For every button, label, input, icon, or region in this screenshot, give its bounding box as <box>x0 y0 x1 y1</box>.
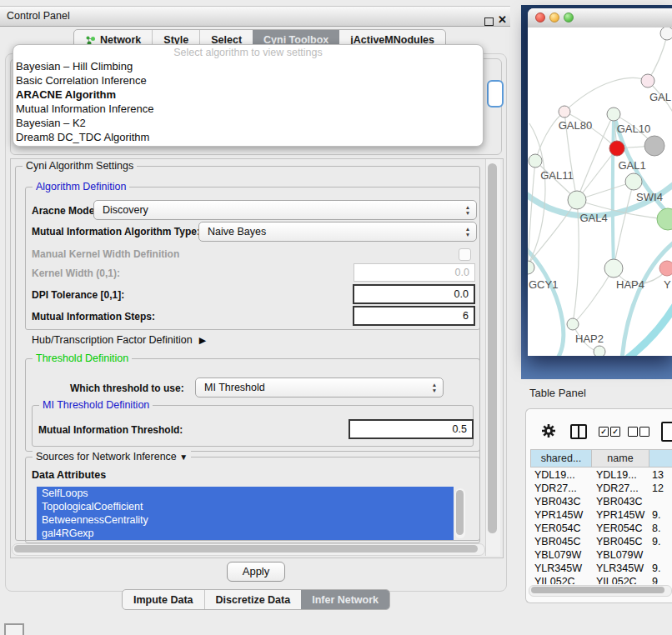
sources-title: Sources for Network Inference <box>36 451 177 462</box>
data-attributes-list: SelfLoopsTopologicalCoefficientBetweenne… <box>37 487 454 540</box>
manual-kernel-label: Manual Kernel Width Definition <box>32 248 179 260</box>
tab-discretize-data[interactable]: Discretize Data <box>204 590 302 609</box>
network-node-gcy1[interactable] <box>528 261 534 274</box>
network-canvas[interactable]: GALGAL80GAL10GAL1GAL11SWI4GAL4GCY1HAP4YH… <box>528 28 672 356</box>
apply-button[interactable]: Apply <box>227 562 285 582</box>
stepper-icon: ▲▼ <box>430 382 439 393</box>
attribute-item[interactable]: TopologicalCoefficient <box>37 500 454 513</box>
tab-infer-network[interactable]: Infer Network <box>301 590 389 609</box>
close-panel-button[interactable]: ✕ <box>498 14 507 26</box>
settings-vertical-scroll-thumb[interactable] <box>488 163 497 533</box>
table-row[interactable]: YIL052CYIL052C9 <box>530 575 672 584</box>
group-title: Cyni Algorithm Settings <box>23 160 137 172</box>
network-node-y[interactable] <box>659 261 672 276</box>
network-node-hap2[interactable] <box>567 318 579 330</box>
mi-type-select[interactable]: Naive Bayes ▲▼ <box>198 222 477 242</box>
aracne-mode-label: Aracne Mode: <box>32 205 98 217</box>
focused-combo-fragment[interactable] <box>487 80 504 108</box>
unchecked-box-icon[interactable] <box>628 427 638 437</box>
sources-toggle[interactable]: Sources for Network Inference ▼ <box>33 451 191 462</box>
table-horizontal-scroll-thumb[interactable] <box>531 587 664 593</box>
mi-steps-field[interactable]: 6 <box>353 306 475 326</box>
table-cell: YER054C <box>592 522 649 535</box>
attribute-item[interactable]: SelfLoops <box>37 487 454 500</box>
which-threshold-select[interactable]: MI Threshold ▲▼ <box>195 378 444 398</box>
attribute-item[interactable]: BetweennessCentrality <box>37 513 454 527</box>
algorithm-option[interactable]: Dream8 DC_TDC Algorithm <box>13 130 483 144</box>
attributes-scroll-thumb[interactable] <box>456 490 464 535</box>
table-cell: YIL052C <box>530 575 592 584</box>
table-header-row: shared... name <box>530 449 672 468</box>
node-label: HAP2 <box>575 332 604 345</box>
table-cell: YBL079W <box>530 548 592 562</box>
gear-icon[interactable] <box>541 423 556 438</box>
table-row[interactable]: YBR045CYBR045C9. <box>530 535 672 548</box>
network-node[interactable] <box>660 28 672 40</box>
close-traffic-light[interactable] <box>535 12 545 22</box>
node-label: GCY1 <box>529 278 558 291</box>
check-glyph: ✓ <box>612 428 619 436</box>
network-window-titlebar[interactable] <box>528 8 672 28</box>
which-threshold-label: Which threshold to use: <box>70 382 184 394</box>
network-node-hap4[interactable] <box>604 259 623 278</box>
algorithm-option[interactable]: Mutual Information Inference <box>13 102 483 116</box>
table-cell: YLR345W <box>530 562 592 575</box>
algorithm-option[interactable]: Basic Correlation Inference <box>13 73 483 88</box>
aracne-mode-select[interactable]: Discovery ▲▼ <box>93 200 477 220</box>
table-row[interactable]: YPR145WYPR145W9. <box>530 508 672 522</box>
mi-threshold-field[interactable]: 0.5 <box>349 419 474 439</box>
checked-box-icon[interactable]: ✓ <box>610 427 620 437</box>
selected-value: MI Threshold <box>204 382 265 393</box>
unchecked-box-icon[interactable] <box>639 427 649 437</box>
column-header-shared[interactable]: shared... <box>530 449 592 468</box>
table-row[interactable]: YBL079WYBL079W <box>530 548 672 562</box>
node-label: GAL80 <box>559 119 592 132</box>
table-cell: YDR27... <box>592 482 649 495</box>
algorithm-option[interactable]: Bayesian – K2 <box>13 116 483 130</box>
selected-value: Discovery <box>103 204 148 216</box>
table-row[interactable]: YDL19...YDL19...13 <box>530 468 672 482</box>
table-row[interactable]: YER054CYER054C8. <box>530 522 672 535</box>
table-cell: YPR145W <box>592 508 649 522</box>
hub-definition-toggle[interactable]: Hub/Transcription Factor Definition▶ <box>32 334 206 346</box>
network-node-gal1[interactable] <box>609 141 624 156</box>
table-cell <box>649 495 672 508</box>
collapsed-arrow-icon: ▶ <box>199 335 206 345</box>
network-node-gal[interactable] <box>641 74 654 88</box>
network-node-gal10[interactable] <box>607 108 620 121</box>
network-node-gal11[interactable] <box>529 154 542 168</box>
network-node[interactable] <box>644 136 664 156</box>
zoom-traffic-light[interactable] <box>564 12 574 22</box>
table-row[interactable]: YBR043CYBR043C <box>530 495 672 508</box>
split-columns-icon[interactable] <box>570 424 587 439</box>
table-cell: YBR045C <box>592 535 649 548</box>
table-cell: YER054C <box>530 522 592 535</box>
tab-impute-data[interactable]: Impute Data <box>123 590 204 609</box>
network-node[interactable] <box>594 346 605 356</box>
attribute-item[interactable]: gal4RGexp <box>37 527 454 540</box>
minimize-traffic-light[interactable] <box>549 12 559 22</box>
column-header-name[interactable]: name <box>592 449 649 468</box>
check-glyph: ✓ <box>600 428 607 436</box>
checked-box-icon[interactable]: ✓ <box>599 427 609 437</box>
table-row[interactable]: YDR27...YDR27...12 <box>530 482 672 495</box>
kernel-width-field[interactable]: 0.0 <box>354 263 475 282</box>
settings-horizontal-scroll-thumb[interactable] <box>14 545 478 552</box>
dpi-tolerance-label: DPI Tolerance [0,1]: <box>32 289 124 301</box>
column-header-clipped[interactable] <box>649 449 672 468</box>
table-cell: 9. <box>649 508 672 522</box>
minimized-panel-icon[interactable] <box>4 623 24 635</box>
algorithm-option[interactable]: Bayesian – Hill Climbing <box>13 59 483 73</box>
algorithm-dropdown-placeholder: Select algorithm to view settings <box>13 45 483 59</box>
network-edge <box>614 182 634 268</box>
algorithm-option[interactable]: ARACNE Algorithm <box>13 88 483 102</box>
network-node[interactable] <box>657 208 672 230</box>
network-node-gal4[interactable] <box>568 191 586 209</box>
float-window-button[interactable] <box>484 18 494 26</box>
network-node-swi4[interactable] <box>625 173 642 190</box>
manual-kernel-checkbox[interactable] <box>459 248 471 261</box>
document-icon[interactable] <box>661 422 672 442</box>
dpi-tolerance-field[interactable]: 0.0 <box>353 284 475 304</box>
network-node-gal80[interactable] <box>559 106 570 118</box>
table-row[interactable]: YLR345WYLR345W9. <box>530 562 672 575</box>
